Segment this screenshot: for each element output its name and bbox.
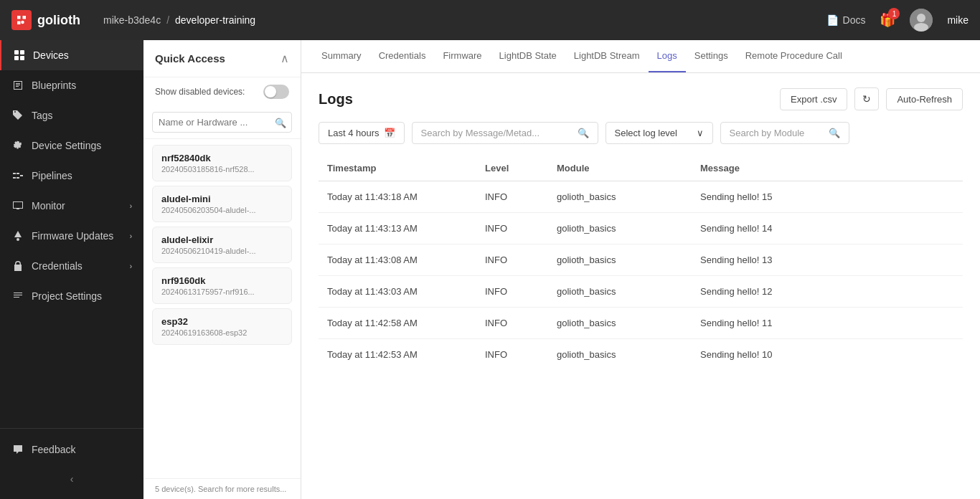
breadcrumb: mike-b3de4c / developer-training bbox=[103, 14, 255, 26]
sidebar-item-device-settings[interactable]: Device Settings bbox=[0, 130, 143, 161]
toggle-knob bbox=[265, 86, 276, 98]
docs-label: Docs bbox=[843, 14, 866, 26]
tab-logs[interactable]: Logs bbox=[649, 40, 686, 72]
table-row: Today at 11:43:13 AM INFO golioth_basics… bbox=[319, 213, 963, 244]
sidebar-item-project-settings[interactable]: Project Settings bbox=[0, 281, 143, 311]
table-row: Today at 11:42:58 AM INFO golioth_basics… bbox=[319, 308, 963, 339]
user-name[interactable]: mike bbox=[947, 14, 969, 26]
svg-rect-6 bbox=[20, 56, 24, 60]
tab-summary[interactable]: Summary bbox=[313, 40, 370, 72]
qa-search-area: 🔍 bbox=[143, 106, 301, 139]
tab-settings[interactable]: Settings bbox=[686, 40, 737, 72]
sidebar-item-feedback[interactable]: Feedback bbox=[0, 434, 143, 465]
sidebar-item-tags[interactable]: Tags bbox=[0, 100, 143, 130]
cell-message: Sending hello! 13 bbox=[692, 244, 963, 276]
cell-module: golioth_basics bbox=[548, 213, 692, 244]
docs-link[interactable]: 📄 Docs bbox=[826, 14, 866, 26]
auto-refresh-button[interactable]: Auto-Refresh bbox=[886, 88, 963, 110]
firmware-chevron: › bbox=[130, 232, 132, 240]
sidebar-label-firmware-updates: Firmware Updates bbox=[32, 230, 113, 242]
sidebar-label-device-settings: Device Settings bbox=[32, 140, 101, 151]
time-filter-button[interactable]: Last 4 hours 📅 bbox=[319, 122, 405, 144]
tab-remote-procedure-call[interactable]: Remote Procedure Call bbox=[737, 40, 851, 72]
device-name: aludel-mini bbox=[161, 194, 283, 204]
device-card[interactable]: esp32 20240619163608-esp32 bbox=[152, 308, 292, 345]
tab-lightdb-stream[interactable]: LightDB Stream bbox=[565, 40, 649, 72]
breadcrumb-separator: / bbox=[166, 14, 169, 26]
col-header-message: Message bbox=[692, 156, 963, 181]
cell-timestamp: Today at 11:43:03 AM bbox=[319, 276, 476, 308]
gift-badge: 1 bbox=[888, 8, 900, 19]
svg-rect-5 bbox=[14, 56, 19, 60]
sidebar-item-credentials[interactable]: Credentials › bbox=[0, 251, 143, 281]
cell-timestamp: Today at 11:42:53 AM bbox=[319, 339, 476, 371]
monitor-chevron: › bbox=[130, 202, 132, 210]
cell-level: INFO bbox=[476, 213, 548, 244]
cell-message: Sending hello! 10 bbox=[692, 339, 963, 371]
log-level-filter[interactable]: Select log level ∨ bbox=[606, 122, 713, 144]
main-content: SummaryCredentialsFirmwareLightDB StateL… bbox=[301, 40, 980, 499]
cell-message: Sending hello! 14 bbox=[692, 213, 963, 244]
device-id: 20240619163608-esp32 bbox=[161, 328, 283, 337]
breadcrumb-project: developer-training bbox=[175, 14, 255, 26]
qa-search-input[interactable] bbox=[152, 112, 292, 133]
refresh-button[interactable]: ↻ bbox=[854, 87, 879, 110]
blueprint-icon bbox=[11, 79, 24, 92]
sidebar-item-devices[interactable]: Devices bbox=[0, 40, 143, 70]
device-name: nrf9160dk bbox=[161, 275, 283, 286]
device-card[interactable]: nrf52840dk 20240503185816-nrf528... bbox=[152, 145, 292, 181]
sidebar-item-firmware-updates[interactable]: Firmware Updates › bbox=[0, 221, 143, 251]
log-level-label: Select log level bbox=[615, 128, 677, 138]
content-header: Logs Export .csv ↻ Auto-Refresh bbox=[319, 87, 963, 110]
export-csv-button[interactable]: Export .csv bbox=[780, 88, 847, 110]
table-row: Today at 11:42:53 AM INFO golioth_basics… bbox=[319, 339, 963, 371]
message-filter[interactable]: Search by Message/Metad... 🔍 bbox=[412, 122, 598, 144]
qa-show-disabled-label: Show disabled devices: bbox=[155, 87, 245, 97]
monitor-icon bbox=[11, 199, 24, 212]
qa-footer: 5 device(s). Search for more results... bbox=[143, 478, 301, 499]
show-disabled-toggle[interactable] bbox=[263, 85, 289, 99]
module-filter[interactable]: Search by Module 🔍 bbox=[720, 122, 849, 144]
project-settings-icon bbox=[11, 290, 24, 303]
pipeline-icon bbox=[11, 169, 24, 182]
tab-firmware[interactable]: Firmware bbox=[434, 40, 490, 72]
cell-timestamp: Today at 11:43:08 AM bbox=[319, 244, 476, 276]
sidebar-collapse-button[interactable]: ‹ bbox=[0, 465, 143, 493]
sidebar-label-tags: Tags bbox=[32, 110, 53, 121]
device-id: 20240613175957-nrf916... bbox=[161, 287, 283, 296]
sidebar-item-pipelines[interactable]: Pipelines bbox=[0, 161, 143, 191]
sidebar-item-blueprints[interactable]: Blueprints bbox=[0, 70, 143, 100]
device-name: nrf52840dk bbox=[161, 153, 283, 163]
cell-module: golioth_basics bbox=[548, 276, 692, 308]
topnav: golioth mike-b3de4c / developer-training… bbox=[0, 0, 980, 40]
sidebar-bottom: Feedback ‹ bbox=[0, 428, 143, 499]
sidebar-label-blueprints: Blueprints bbox=[32, 80, 76, 91]
level-chevron-icon: ∨ bbox=[697, 128, 704, 138]
device-name: esp32 bbox=[161, 316, 283, 327]
credentials-icon bbox=[11, 260, 24, 272]
header-actions: Export .csv ↻ Auto-Refresh bbox=[780, 87, 963, 110]
device-card[interactable]: aludel-elixir 20240506210419-aludel-... bbox=[152, 227, 292, 263]
sidebar-spacer bbox=[0, 311, 143, 428]
cell-level: INFO bbox=[476, 339, 548, 371]
qa-devices-list: nrf52840dk 20240503185816-nrf528... alud… bbox=[143, 139, 301, 478]
sidebar-item-monitor[interactable]: Monitor › bbox=[0, 191, 143, 221]
gift-button[interactable]: 🎁 1 bbox=[880, 12, 895, 28]
table-row: Today at 11:43:08 AM INFO golioth_basics… bbox=[319, 244, 963, 276]
tab-credentials[interactable]: Credentials bbox=[370, 40, 435, 72]
device-card[interactable]: nrf9160dk 20240613175957-nrf916... bbox=[152, 267, 292, 304]
grid-icon bbox=[13, 49, 26, 62]
svg-point-2 bbox=[914, 23, 928, 32]
avatar bbox=[910, 9, 933, 32]
device-card[interactable]: aludel-mini 20240506203504-aludel-... bbox=[152, 186, 292, 222]
cell-module: golioth_basics bbox=[548, 181, 692, 213]
sidebar-label-feedback: Feedback bbox=[32, 444, 75, 455]
tab-lightdb-state[interactable]: LightDB State bbox=[491, 40, 565, 72]
feedback-icon bbox=[11, 443, 24, 456]
collapse-icon: ‹ bbox=[70, 473, 74, 485]
qa-collapse-button[interactable]: ∧ bbox=[281, 52, 289, 65]
module-search-icon: 🔍 bbox=[829, 128, 840, 138]
device-id: 20240503185816-nrf528... bbox=[161, 165, 283, 174]
cell-message: Sending hello! 11 bbox=[692, 308, 963, 339]
time-filter-label: Last 4 hours bbox=[328, 128, 380, 138]
